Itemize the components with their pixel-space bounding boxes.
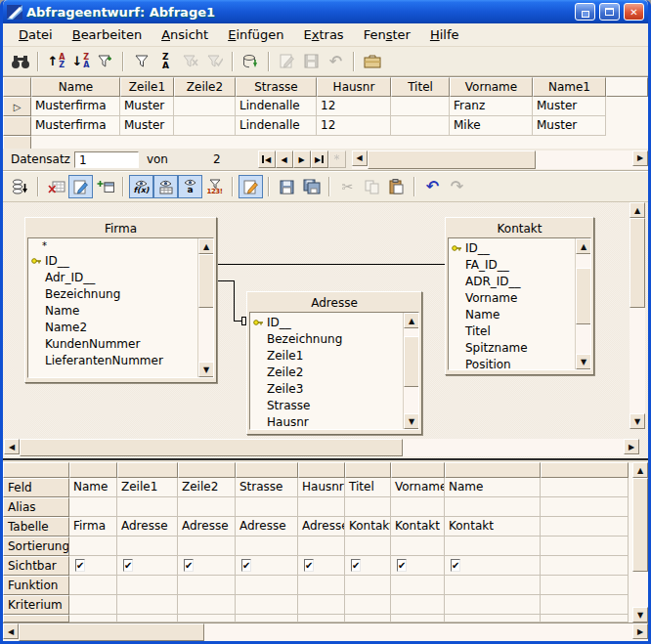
corner-cell[interactable]: [3, 77, 31, 97]
row-label[interactable]: Kriterium: [3, 595, 69, 615]
grid-cell[interactable]: [391, 497, 445, 517]
cell[interactable]: [174, 97, 236, 116]
grid-cell[interactable]: Titel: [345, 478, 391, 497]
grid-cell[interactable]: [236, 595, 298, 615]
grid-cell[interactable]: [445, 595, 541, 615]
grid-cell[interactable]: [69, 595, 117, 615]
cell[interactable]: 12: [317, 97, 391, 116]
field-row[interactable]: ID__: [250, 314, 403, 330]
grid-cell[interactable]: [236, 497, 298, 517]
column-header[interactable]: Name: [31, 77, 120, 97]
field-list-scrollbar[interactable]: ▲ ▼: [575, 238, 590, 369]
join-line[interactable]: [234, 280, 235, 322]
grid-cell[interactable]: [298, 497, 345, 517]
scroll-left-button[interactable]: ◀: [4, 439, 20, 454]
grid-vertical-scrollbar[interactable]: ▲ ▼: [632, 462, 648, 623]
field-row[interactable]: Bezeichnung: [250, 330, 403, 347]
grid-cell[interactable]: [541, 576, 629, 595]
scrollbar-thumb[interactable]: [20, 439, 403, 456]
menu-hilfe[interactable]: Hilfe: [420, 24, 469, 45]
visible-checkbox[interactable]: ✔: [184, 559, 194, 572]
grid-cell[interactable]: [69, 497, 117, 517]
last-record-button[interactable]: ▶: [311, 150, 328, 168]
grid-cell[interactable]: Hausnr: [298, 478, 345, 497]
grid-cell[interactable]: [541, 537, 629, 556]
grid-cell[interactable]: ✔: [445, 556, 541, 576]
grid-cell[interactable]: ✔: [298, 556, 345, 576]
record-number-input[interactable]: 1: [74, 151, 139, 168]
table-title[interactable]: Adresse: [249, 294, 419, 312]
edit-mode-button[interactable]: [239, 175, 263, 198]
grid-cell[interactable]: [236, 537, 298, 556]
design-view-toggle-button[interactable]: [68, 175, 93, 198]
cell[interactable]: Lindenalle: [236, 97, 317, 116]
visible-checkbox[interactable]: ✔: [451, 559, 460, 572]
cell[interactable]: Muster: [120, 116, 174, 136]
scroll-down-button[interactable]: ▼: [576, 354, 591, 369]
grid-column-header[interactable]: [445, 462, 541, 478]
row-label[interactable]: Sortierung: [3, 537, 69, 556]
field-row[interactable]: ADR_ID__: [449, 273, 575, 289]
column-header[interactable]: Strasse: [236, 77, 317, 97]
grid-cell[interactable]: [117, 537, 178, 556]
menu-einfuegen[interactable]: Einfügen: [218, 24, 293, 45]
menu-fenster[interactable]: Fenster: [354, 24, 420, 45]
grid-cell[interactable]: [117, 497, 178, 517]
table-window-adresse[interactable]: Adresse ID__ Bezeichnung Zeile1 Zeile2 Z…: [246, 291, 422, 435]
grid-cell[interactable]: [541, 556, 629, 576]
grid-corner-cell[interactable]: [3, 462, 69, 478]
table-window-kontakt[interactable]: Kontakt ID__ FA_ID__ ADR_ID__ Vorname Na…: [445, 217, 594, 375]
scroll-down-button[interactable]: ▼: [198, 362, 214, 377]
field-row[interactable]: LieferantenNummer: [28, 352, 197, 368]
row-label[interactable]: Alias: [3, 497, 69, 517]
scroll-up-button[interactable]: ▲: [198, 238, 214, 254]
field-row[interactable]: Zeile1: [250, 347, 403, 364]
minimize-button[interactable]: [575, 3, 595, 21]
scrollbar-thumb[interactable]: [404, 336, 419, 387]
field-row[interactable]: Zeile3: [250, 380, 403, 397]
undo-button[interactable]: ↶: [420, 175, 445, 198]
grid-column-header[interactable]: [298, 462, 345, 478]
sort-descending-button[interactable]: ↓ ZA: [68, 50, 93, 73]
grid-cell[interactable]: Strasse: [236, 478, 298, 497]
cell[interactable]: [391, 116, 450, 136]
field-row[interactable]: Zeile2: [250, 364, 403, 380]
previous-record-button[interactable]: ◀: [276, 150, 293, 168]
row-label[interactable]: Tabelle: [3, 517, 69, 537]
autofilter-button[interactable]: [93, 50, 117, 73]
column-header[interactable]: Hausnr: [317, 77, 391, 97]
field-row[interactable]: Position: [449, 356, 575, 369]
visible-checkbox[interactable]: ✔: [397, 559, 407, 572]
column-header[interactable]: Titel: [391, 77, 450, 97]
field-row[interactable]: Strasse: [250, 397, 403, 413]
field-row[interactable]: Name: [449, 306, 575, 322]
next-record-button[interactable]: ▶: [293, 150, 311, 168]
sort-ascending-button[interactable]: ↑ AZ: [44, 50, 68, 73]
grid-column-header[interactable]: [541, 462, 629, 478]
grid-cell[interactable]: [117, 576, 178, 595]
result-horizontal-scrollbar[interactable]: ◀ ▶: [352, 150, 648, 169]
grid-cell[interactable]: [541, 595, 629, 615]
grid-cell[interactable]: Adresse: [298, 517, 345, 537]
cell[interactable]: [391, 97, 450, 116]
grid-cell[interactable]: [178, 576, 236, 595]
grid-cell[interactable]: [345, 595, 391, 615]
standard-filter-button[interactable]: [129, 50, 153, 73]
grid-cell[interactable]: [445, 576, 541, 595]
grid-cell[interactable]: [541, 478, 629, 497]
grid-cell[interactable]: [541, 497, 629, 517]
cell[interactable]: 12: [317, 116, 391, 136]
grid-column-header[interactable]: [345, 462, 391, 478]
scroll-up-button[interactable]: ▲: [404, 313, 419, 328]
column-header[interactable]: Vorname: [450, 77, 533, 97]
grid-cell[interactable]: [345, 576, 391, 595]
field-row[interactable]: ID__: [449, 239, 575, 256]
grid-cell[interactable]: Kontakt: [445, 517, 541, 537]
visible-checkbox[interactable]: ✔: [241, 559, 251, 572]
field-row[interactable]: ID__: [28, 252, 197, 269]
functions-row-button[interactable]: f(x): [129, 175, 153, 198]
grid-cell[interactable]: [298, 537, 345, 556]
field-row[interactable]: Titel: [449, 322, 575, 339]
column-header[interactable]: Zeile2: [174, 77, 236, 97]
grid-cell[interactable]: [445, 497, 541, 517]
